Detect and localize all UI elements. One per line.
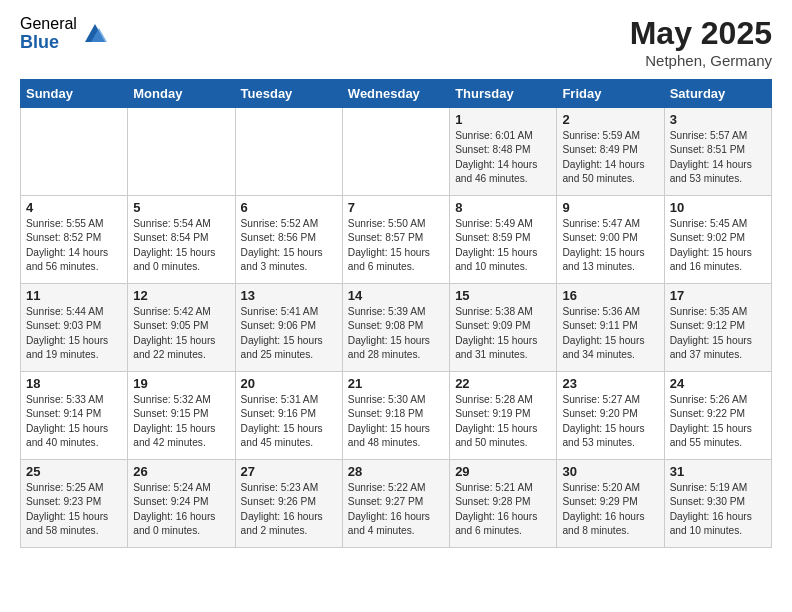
day-number: 5: [133, 200, 229, 215]
day-number: 12: [133, 288, 229, 303]
day-info: Sunrise: 5:20 AM Sunset: 9:29 PM Dayligh…: [562, 481, 658, 538]
day-info: Sunrise: 5:32 AM Sunset: 9:15 PM Dayligh…: [133, 393, 229, 450]
day-number: 9: [562, 200, 658, 215]
calendar-cell-21: 21Sunrise: 5:30 AM Sunset: 9:18 PM Dayli…: [342, 372, 449, 460]
calendar-cell-empty-1: [128, 108, 235, 196]
day-number: 26: [133, 464, 229, 479]
calendar-cell-12: 12Sunrise: 5:42 AM Sunset: 9:05 PM Dayli…: [128, 284, 235, 372]
calendar-cell-28: 28Sunrise: 5:22 AM Sunset: 9:27 PM Dayli…: [342, 460, 449, 548]
day-info: Sunrise: 5:54 AM Sunset: 8:54 PM Dayligh…: [133, 217, 229, 274]
calendar-cell-8: 8Sunrise: 5:49 AM Sunset: 8:59 PM Daylig…: [450, 196, 557, 284]
calendar-cell-17: 17Sunrise: 5:35 AM Sunset: 9:12 PM Dayli…: [664, 284, 771, 372]
day-info: Sunrise: 5:30 AM Sunset: 9:18 PM Dayligh…: [348, 393, 444, 450]
calendar-cell-10: 10Sunrise: 5:45 AM Sunset: 9:02 PM Dayli…: [664, 196, 771, 284]
day-number: 15: [455, 288, 551, 303]
day-number: 28: [348, 464, 444, 479]
day-number: 13: [241, 288, 337, 303]
day-number: 20: [241, 376, 337, 391]
weekday-header-tuesday: Tuesday: [235, 80, 342, 108]
calendar-cell-3: 3Sunrise: 5:57 AM Sunset: 8:51 PM Daylig…: [664, 108, 771, 196]
day-info: Sunrise: 5:59 AM Sunset: 8:49 PM Dayligh…: [562, 129, 658, 186]
day-number: 31: [670, 464, 766, 479]
day-number: 14: [348, 288, 444, 303]
day-info: Sunrise: 5:44 AM Sunset: 9:03 PM Dayligh…: [26, 305, 122, 362]
day-info: Sunrise: 5:52 AM Sunset: 8:56 PM Dayligh…: [241, 217, 337, 274]
calendar-cell-11: 11Sunrise: 5:44 AM Sunset: 9:03 PM Dayli…: [21, 284, 128, 372]
calendar-cell-2: 2Sunrise: 5:59 AM Sunset: 8:49 PM Daylig…: [557, 108, 664, 196]
day-info: Sunrise: 5:36 AM Sunset: 9:11 PM Dayligh…: [562, 305, 658, 362]
calendar-cell-29: 29Sunrise: 5:21 AM Sunset: 9:28 PM Dayli…: [450, 460, 557, 548]
day-number: 10: [670, 200, 766, 215]
calendar-cell-empty-2: [235, 108, 342, 196]
calendar-cell-16: 16Sunrise: 5:36 AM Sunset: 9:11 PM Dayli…: [557, 284, 664, 372]
logo-blue: Blue: [20, 33, 77, 53]
calendar-cell-19: 19Sunrise: 5:32 AM Sunset: 9:15 PM Dayli…: [128, 372, 235, 460]
day-info: Sunrise: 5:26 AM Sunset: 9:22 PM Dayligh…: [670, 393, 766, 450]
day-info: Sunrise: 5:25 AM Sunset: 9:23 PM Dayligh…: [26, 481, 122, 538]
day-number: 6: [241, 200, 337, 215]
day-number: 17: [670, 288, 766, 303]
calendar-cell-25: 25Sunrise: 5:25 AM Sunset: 9:23 PM Dayli…: [21, 460, 128, 548]
day-info: Sunrise: 5:21 AM Sunset: 9:28 PM Dayligh…: [455, 481, 551, 538]
day-info: Sunrise: 5:22 AM Sunset: 9:27 PM Dayligh…: [348, 481, 444, 538]
weekday-header-friday: Friday: [557, 80, 664, 108]
day-number: 25: [26, 464, 122, 479]
calendar-cell-20: 20Sunrise: 5:31 AM Sunset: 9:16 PM Dayli…: [235, 372, 342, 460]
calendar-cell-26: 26Sunrise: 5:24 AM Sunset: 9:24 PM Dayli…: [128, 460, 235, 548]
day-info: Sunrise: 6:01 AM Sunset: 8:48 PM Dayligh…: [455, 129, 551, 186]
day-info: Sunrise: 5:41 AM Sunset: 9:06 PM Dayligh…: [241, 305, 337, 362]
calendar-cell-23: 23Sunrise: 5:27 AM Sunset: 9:20 PM Dayli…: [557, 372, 664, 460]
day-number: 16: [562, 288, 658, 303]
calendar-cell-18: 18Sunrise: 5:33 AM Sunset: 9:14 PM Dayli…: [21, 372, 128, 460]
calendar-cell-22: 22Sunrise: 5:28 AM Sunset: 9:19 PM Dayli…: [450, 372, 557, 460]
week-row-4: 18Sunrise: 5:33 AM Sunset: 9:14 PM Dayli…: [21, 372, 772, 460]
weekday-header-sunday: Sunday: [21, 80, 128, 108]
weekday-header-saturday: Saturday: [664, 80, 771, 108]
weekday-header-thursday: Thursday: [450, 80, 557, 108]
calendar-cell-empty-3: [342, 108, 449, 196]
calendar-cell-5: 5Sunrise: 5:54 AM Sunset: 8:54 PM Daylig…: [128, 196, 235, 284]
day-info: Sunrise: 5:49 AM Sunset: 8:59 PM Dayligh…: [455, 217, 551, 274]
calendar-cell-31: 31Sunrise: 5:19 AM Sunset: 9:30 PM Dayli…: [664, 460, 771, 548]
day-number: 8: [455, 200, 551, 215]
day-info: Sunrise: 5:24 AM Sunset: 9:24 PM Dayligh…: [133, 481, 229, 538]
day-number: 24: [670, 376, 766, 391]
calendar-cell-1: 1Sunrise: 6:01 AM Sunset: 8:48 PM Daylig…: [450, 108, 557, 196]
day-info: Sunrise: 5:19 AM Sunset: 9:30 PM Dayligh…: [670, 481, 766, 538]
calendar-cell-6: 6Sunrise: 5:52 AM Sunset: 8:56 PM Daylig…: [235, 196, 342, 284]
location: Netphen, Germany: [630, 52, 772, 69]
calendar-cell-empty-0: [21, 108, 128, 196]
day-info: Sunrise: 5:28 AM Sunset: 9:19 PM Dayligh…: [455, 393, 551, 450]
week-row-2: 4Sunrise: 5:55 AM Sunset: 8:52 PM Daylig…: [21, 196, 772, 284]
day-info: Sunrise: 5:45 AM Sunset: 9:02 PM Dayligh…: [670, 217, 766, 274]
calendar-cell-13: 13Sunrise: 5:41 AM Sunset: 9:06 PM Dayli…: [235, 284, 342, 372]
calendar-cell-7: 7Sunrise: 5:50 AM Sunset: 8:57 PM Daylig…: [342, 196, 449, 284]
day-info: Sunrise: 5:35 AM Sunset: 9:12 PM Dayligh…: [670, 305, 766, 362]
logo-icon: [81, 20, 109, 48]
calendar-cell-14: 14Sunrise: 5:39 AM Sunset: 9:08 PM Dayli…: [342, 284, 449, 372]
calendar-table: SundayMondayTuesdayWednesdayThursdayFrid…: [20, 79, 772, 548]
day-number: 19: [133, 376, 229, 391]
day-number: 3: [670, 112, 766, 127]
logo: General Blue: [20, 15, 109, 52]
weekday-header-wednesday: Wednesday: [342, 80, 449, 108]
day-info: Sunrise: 5:27 AM Sunset: 9:20 PM Dayligh…: [562, 393, 658, 450]
day-number: 7: [348, 200, 444, 215]
calendar-cell-9: 9Sunrise: 5:47 AM Sunset: 9:00 PM Daylig…: [557, 196, 664, 284]
week-row-5: 25Sunrise: 5:25 AM Sunset: 9:23 PM Dayli…: [21, 460, 772, 548]
day-info: Sunrise: 5:23 AM Sunset: 9:26 PM Dayligh…: [241, 481, 337, 538]
day-number: 30: [562, 464, 658, 479]
day-info: Sunrise: 5:38 AM Sunset: 9:09 PM Dayligh…: [455, 305, 551, 362]
logo-text: General Blue: [20, 15, 77, 52]
calendar-cell-27: 27Sunrise: 5:23 AM Sunset: 9:26 PM Dayli…: [235, 460, 342, 548]
week-row-1: 1Sunrise: 6:01 AM Sunset: 8:48 PM Daylig…: [21, 108, 772, 196]
day-info: Sunrise: 5:47 AM Sunset: 9:00 PM Dayligh…: [562, 217, 658, 274]
day-number: 1: [455, 112, 551, 127]
day-info: Sunrise: 5:55 AM Sunset: 8:52 PM Dayligh…: [26, 217, 122, 274]
week-row-3: 11Sunrise: 5:44 AM Sunset: 9:03 PM Dayli…: [21, 284, 772, 372]
title-area: May 2025 Netphen, Germany: [630, 15, 772, 69]
day-number: 22: [455, 376, 551, 391]
calendar-cell-30: 30Sunrise: 5:20 AM Sunset: 9:29 PM Dayli…: [557, 460, 664, 548]
day-number: 29: [455, 464, 551, 479]
calendar-cell-24: 24Sunrise: 5:26 AM Sunset: 9:22 PM Dayli…: [664, 372, 771, 460]
